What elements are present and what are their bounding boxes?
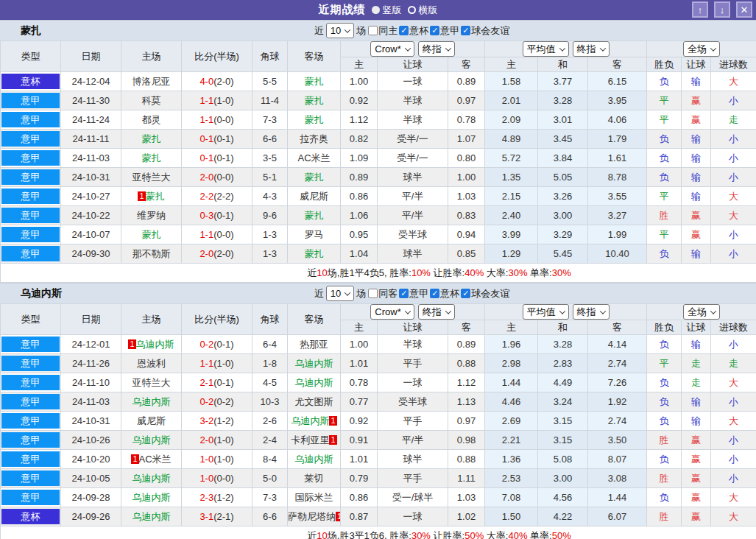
competition-type-cell: 意杯 bbox=[1, 72, 61, 91]
europe-odds-cell: 5.45 bbox=[538, 244, 588, 264]
asia-odds-cell: 0.78 bbox=[448, 110, 485, 130]
competition-tag: 意甲 bbox=[1, 227, 60, 242]
date-cell: 24-11-11 bbox=[61, 130, 121, 149]
corners-cell: 8-4 bbox=[252, 450, 288, 469]
asia-period-select[interactable]: 终指 bbox=[418, 41, 455, 57]
team-label: 乌迪内斯 bbox=[133, 434, 171, 445]
half-time-score: (0-0) bbox=[213, 229, 233, 240]
europe-source-select[interactable]: 平均值 bbox=[523, 304, 569, 320]
col-header-corner: 角球 bbox=[252, 41, 288, 72]
filter-checkbox[interactable]: 意甲 bbox=[399, 287, 428, 300]
team2-matches-table: 类型 日期 主场 比分(半场) 角球 客场 Crow* 终指 平均值 终指 bbox=[0, 303, 756, 539]
result-goals-cell: 大 bbox=[711, 206, 756, 225]
radio-vertical-layout[interactable]: 竖版 bbox=[372, 4, 402, 17]
full-time-score: 1-1 bbox=[199, 358, 213, 369]
scope-select[interactable]: 全场 bbox=[683, 304, 720, 320]
team-label: 乌迪内斯 bbox=[133, 511, 171, 522]
filter-checkbox[interactable]: 球会友谊 bbox=[461, 287, 509, 300]
half-time-score: (0-1) bbox=[213, 133, 233, 144]
date-cell: 24-11-24 bbox=[61, 110, 121, 130]
europe-odds-cell: 2.09 bbox=[485, 110, 538, 130]
corners-cell: 5-0 bbox=[252, 469, 288, 488]
team-label: 蒙扎 bbox=[305, 210, 324, 221]
competition-type-cell: 意杯 bbox=[1, 507, 61, 526]
result-handicap-cell: 赢 bbox=[682, 206, 711, 225]
full-time-score: 1-0 bbox=[199, 473, 213, 484]
filter-checkbox[interactable]: 球会友谊 bbox=[461, 24, 509, 38]
summary-segment: 场,胜3平1负6, 胜率: bbox=[328, 530, 411, 539]
radio-horizontal-layout[interactable]: 横版 bbox=[408, 4, 438, 17]
match-row: 意甲24-11-11蒙扎0-1(0-1)6-6拉齐奥0.82受半/一1.074.… bbox=[1, 130, 756, 149]
result-wdl-cell: 负 bbox=[647, 168, 682, 187]
corners-cell: 4-5 bbox=[252, 373, 288, 392]
full-time-score: 3-1 bbox=[199, 511, 213, 522]
score-cell: 1-1(0-0) bbox=[182, 225, 252, 244]
date-cell: 24-10-05 bbox=[61, 469, 121, 488]
handicap-line-cell: 平/半 bbox=[378, 431, 448, 450]
europe-odds-cell: 3.15 bbox=[538, 431, 588, 450]
team-label: 那不勒斯 bbox=[133, 248, 171, 259]
team1-recent-count-select[interactable]: 10 bbox=[326, 23, 354, 38]
asia-odds-cell: 1.06 bbox=[341, 206, 378, 225]
promotion-badge: 1 bbox=[329, 416, 336, 426]
europe-period-select[interactable]: 终指 bbox=[573, 41, 610, 57]
half-time-score: (1-0) bbox=[213, 95, 233, 106]
score-cell: 2-3(1-2) bbox=[182, 488, 252, 507]
checkbox-label: 意甲 bbox=[440, 24, 459, 38]
filter-checkbox[interactable]: 意甲 bbox=[430, 24, 459, 38]
europe-odds-cell: 6.07 bbox=[588, 507, 647, 526]
corners-cell: 11-4 bbox=[252, 91, 288, 110]
match-row: 意甲24-09-30那不勒斯2-0(2-0)1-3蒙扎1.04球半0.851.2… bbox=[1, 244, 756, 264]
summary-segment: 大率: bbox=[484, 530, 508, 539]
score-cell: 1-1(1-0) bbox=[182, 91, 252, 110]
result-handicap-cell: 输 bbox=[682, 149, 711, 168]
move-up-button[interactable]: ↑ bbox=[692, 1, 708, 18]
competition-type-cell: 意甲 bbox=[1, 373, 61, 392]
half-time-score: (0-1) bbox=[213, 152, 233, 163]
scope-select[interactable]: 全场 bbox=[683, 41, 720, 57]
full-time-score: 4-0 bbox=[199, 76, 213, 87]
europe-odds-cell: 1.58 bbox=[485, 72, 538, 91]
home-team-cell: 恩波利 bbox=[121, 354, 182, 373]
down-arrow-icon: ↓ bbox=[720, 5, 725, 15]
date-cell: 24-11-30 bbox=[61, 91, 121, 110]
europe-odds-cell: 1.92 bbox=[588, 392, 647, 412]
filter-checkbox[interactable]: 意杯 bbox=[430, 287, 459, 300]
asia-odds-cell: 1.07 bbox=[448, 130, 485, 149]
europe-period-select[interactable]: 终指 bbox=[573, 304, 610, 320]
handicap-line-cell: 半球 bbox=[378, 335, 448, 354]
competition-tag: 意甲 bbox=[1, 131, 60, 147]
move-down-button[interactable]: ↓ bbox=[714, 1, 730, 18]
handicap-line-cell: 半球 bbox=[378, 110, 448, 130]
competition-type-cell: 意甲 bbox=[1, 244, 61, 264]
home-team-cell: 科莫 bbox=[121, 91, 182, 110]
asia-source-select[interactable]: Crow* bbox=[370, 41, 414, 57]
filter-checkbox[interactable]: 同主 bbox=[368, 24, 398, 38]
asia-odds-cell: 0.79 bbox=[341, 469, 378, 488]
competition-type-cell: 意甲 bbox=[1, 412, 61, 431]
up-arrow-icon: ↑ bbox=[698, 5, 703, 15]
europe-odds-cell: 2.69 bbox=[485, 412, 538, 431]
filter-checkbox[interactable]: 同客 bbox=[368, 287, 398, 300]
europe-odds-cell: 5.72 bbox=[485, 149, 538, 168]
asia-odds-cell: 1.12 bbox=[341, 110, 378, 130]
result-wdl-cell: 负 bbox=[647, 373, 682, 392]
team2-recent-count-select[interactable]: 10 bbox=[326, 286, 354, 301]
team-label: 蒙扎 bbox=[305, 248, 324, 259]
result-handicap-cell: 赢 bbox=[682, 91, 711, 110]
match-row: 意甲24-10-26乌迪内斯2-0(1-0)2-4卡利亚里10.91平/半0.9… bbox=[1, 431, 756, 450]
asia-source-value: Crow* bbox=[375, 306, 400, 318]
corners-cell: 1-8 bbox=[252, 354, 288, 373]
col-header-date: 日期 bbox=[61, 41, 121, 72]
asia-period-select[interactable]: 终指 bbox=[418, 304, 455, 320]
asia-odds-cell: 0.89 bbox=[448, 72, 485, 91]
close-button[interactable]: ✕ bbox=[736, 1, 752, 18]
team-label: 尤文图斯 bbox=[295, 396, 333, 407]
team1-section-header: 蒙扎 近 10 场 同主意杯意甲球会友谊 bbox=[0, 20, 756, 40]
summary-segment: 场,胜1平4负5, 胜率: bbox=[328, 267, 411, 278]
filter-checkbox[interactable]: 意杯 bbox=[399, 24, 428, 38]
europe-source-select[interactable]: 平均值 bbox=[523, 41, 569, 57]
radio-unselected-icon bbox=[408, 6, 416, 14]
score-cell: 2-2(2-2) bbox=[182, 187, 252, 206]
asia-source-select[interactable]: Crow* bbox=[370, 304, 414, 320]
